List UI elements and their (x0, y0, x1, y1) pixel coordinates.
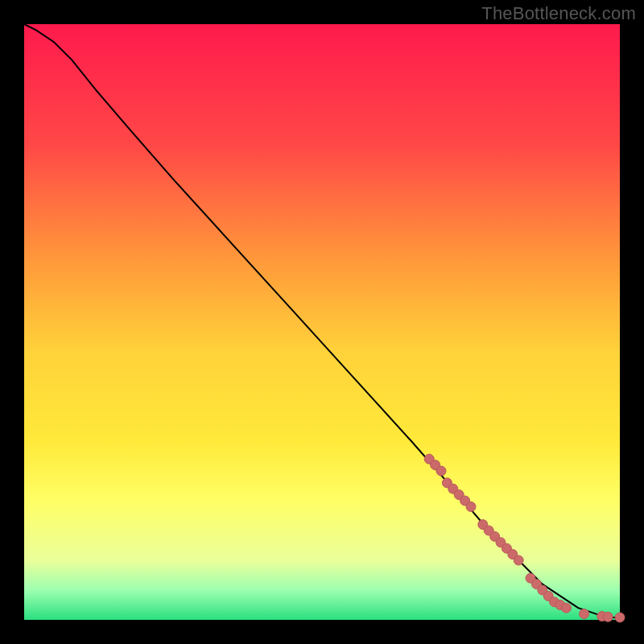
data-point (580, 609, 589, 619)
chart-svg (0, 0, 644, 644)
data-point (436, 466, 446, 476)
chart-frame: TheBottleneck.com (0, 0, 644, 644)
data-point (466, 502, 476, 511)
data-point (615, 613, 625, 622)
curve-line (24, 24, 620, 618)
data-point (561, 603, 571, 613)
data-point (514, 555, 523, 565)
data-point (603, 612, 613, 621)
